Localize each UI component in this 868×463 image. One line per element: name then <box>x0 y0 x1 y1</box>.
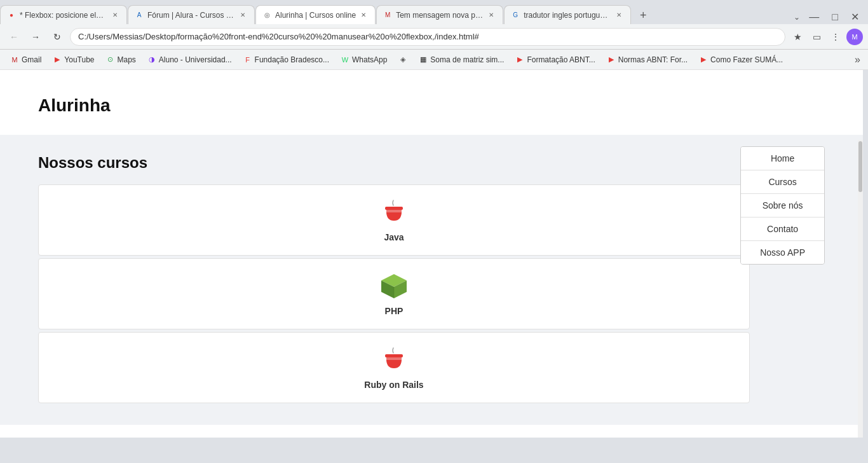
bookmark-icon-11: ▶ <box>699 55 708 64</box>
bookmark-icon-6: W <box>341 55 349 64</box>
tab-3[interactable]: ◎ Alurinha | Cursos online ✕ <box>255 5 376 24</box>
tab-close-1[interactable]: ✕ <box>110 10 120 20</box>
tab-close-5[interactable]: ✕ <box>614 10 624 20</box>
tab-title-3: Alurinha | Cursos online <box>275 11 356 20</box>
profile-avatar[interactable]: M <box>846 29 863 45</box>
bookmark-icon-7: ◈ <box>398 55 407 64</box>
address-bar-row: ← → ↻ ★ ▭ ⋮ M <box>0 24 868 50</box>
browser-window: ● * Flexbox: posicione elemento ✕ A Fóru… <box>0 0 868 463</box>
bookmark-label-10: Normas ABNT: For... <box>618 55 688 64</box>
course-card-java[interactable]: Java <box>38 184 750 256</box>
nav-item-cursos[interactable]: Cursos <box>741 170 824 194</box>
bookmark-icon-4: ◑ <box>147 55 156 64</box>
tab-close-4[interactable]: ✕ <box>486 10 496 20</box>
svg-rect-1 <box>385 210 403 212</box>
ruby-icon <box>383 345 405 375</box>
bookmark-icon-8: ▦ <box>419 55 428 64</box>
tab-2[interactable]: A Fórum | Alura - Cursos online ✕ <box>128 5 255 24</box>
nav-item-sobre[interactable]: Sobre nós <box>741 194 824 218</box>
bookmark-icon-1: M <box>10 55 19 64</box>
courses-section: Nossos cursos Java <box>0 135 863 425</box>
tab-favicon-4: M <box>383 11 392 20</box>
bookmark-5[interactable]: F Fundação Bradesco... <box>238 54 334 66</box>
tab-bar: ● * Flexbox: posicione elemento ✕ A Fóru… <box>0 0 868 24</box>
close-button[interactable]: ✕ <box>847 10 863 24</box>
address-input[interactable] <box>70 28 785 46</box>
tab-list-button[interactable]: ⌄ <box>794 13 800 22</box>
bookmark-11[interactable]: ▶ Como Fazer SUMÁ... <box>694 54 788 66</box>
tab-title-4: Tem mensagem nova pra vo... <box>396 11 484 20</box>
bookmark-label-2: YouTube <box>64 55 94 64</box>
page-content: Alurinha Home Cursos Sobre nós Contato N… <box>0 70 863 438</box>
nav-item-app[interactable]: Nosso APP <box>741 241 824 264</box>
bookmark-star-button[interactable]: ★ <box>789 29 806 45</box>
cast-button[interactable]: ▭ <box>808 29 825 45</box>
java-icon <box>383 198 405 227</box>
bookmark-label-8: Soma de matriz sim... <box>430 55 504 64</box>
svg-rect-7 <box>385 357 403 360</box>
course-name-php: PHP <box>385 306 403 316</box>
bookmark-icon-3: ⊙ <box>106 55 115 64</box>
bookmarks-more-button[interactable]: » <box>852 53 863 67</box>
tab-4[interactable]: M Tem mensagem nova pra vo... ✕ <box>376 5 503 24</box>
bookmark-icon-9: ▶ <box>515 55 524 64</box>
address-actions: ★ ▭ ⋮ M <box>789 29 863 45</box>
scrollbar-thumb[interactable] <box>858 141 862 192</box>
forward-button[interactable]: → <box>27 28 44 46</box>
tab-close-2[interactable]: ✕ <box>238 10 248 20</box>
bookmark-label-4: Aluno - Universidad... <box>159 55 232 64</box>
bookmark-10[interactable]: ▶ Normas ABNT: For... <box>602 54 693 66</box>
bookmark-label-5: Fundação Bradesco... <box>255 55 329 64</box>
tab-title-1: * Flexbox: posicione elemento <box>20 11 107 20</box>
back-button[interactable]: ← <box>5 28 23 46</box>
tab-5[interactable]: G tradutor ingles portugues - P... ✕ <box>504 5 631 24</box>
window-controls: ⌄ — □ ✕ <box>794 10 868 24</box>
tab-1[interactable]: ● * Flexbox: posicione elemento ✕ <box>0 5 127 24</box>
bookmark-4[interactable]: ◑ Aluno - Universidad... <box>142 54 237 66</box>
bookmark-3[interactable]: ⊙ Maps <box>101 54 141 66</box>
bookmark-icon-2: ▶ <box>53 55 62 64</box>
tab-title-5: tradutor ingles portugues - P... <box>524 11 611 20</box>
bookmark-icon-10: ▶ <box>607 55 616 64</box>
courses-section-title: Nossos cursos <box>38 154 825 172</box>
tab-favicon-3: ◎ <box>262 11 271 20</box>
course-name-ruby: Ruby on Rails <box>364 380 423 390</box>
svg-rect-0 <box>385 207 403 210</box>
bookmark-2[interactable]: ▶ YouTube <box>48 54 99 66</box>
bookmark-8[interactable]: ▦ Soma de matriz sim... <box>414 54 509 66</box>
bookmark-6[interactable]: W WhatsApp <box>336 54 392 66</box>
site-header: Alurinha Home Cursos Sobre nós Contato N… <box>0 70 863 135</box>
nav-item-home[interactable]: Home <box>741 147 824 170</box>
site-title: Alurinha <box>38 95 825 116</box>
course-name-java: Java <box>384 232 403 242</box>
bookmark-label-11: Como Fazer SUMÁ... <box>710 55 783 64</box>
menu-button[interactable]: ⋮ <box>827 29 844 45</box>
bookmark-7[interactable]: ◈ <box>393 54 412 66</box>
bookmark-icon-5: F <box>243 55 252 64</box>
tab-title-2: Fórum | Alura - Cursos online <box>147 11 235 20</box>
bookmark-label-3: Maps <box>118 55 136 64</box>
php-icon <box>379 272 409 301</box>
tab-favicon-2: A <box>135 11 144 20</box>
svg-rect-6 <box>385 354 403 357</box>
nav-item-contato[interactable]: Contato <box>741 218 824 241</box>
site-nav: Home Cursos Sobre nós Contato Nosso APP <box>740 146 825 265</box>
bookmark-label-9: Formatação ABNT... <box>527 55 595 64</box>
bookmark-label-6: WhatsApp <box>352 55 387 64</box>
tab-close-3[interactable]: ✕ <box>358 10 369 20</box>
tab-favicon-1: ● <box>7 11 16 20</box>
bookmarks-bar: M Gmail ▶ YouTube ⊙ Maps ◑ Aluno - Unive… <box>0 50 868 70</box>
bookmark-1[interactable]: M Gmail <box>5 54 46 66</box>
scrollbar[interactable] <box>858 140 863 438</box>
course-card-ruby[interactable]: Ruby on Rails <box>38 332 750 403</box>
maximize-button[interactable]: □ <box>828 10 842 24</box>
bookmark-9[interactable]: ▶ Formatação ABNT... <box>510 54 600 66</box>
minimize-button[interactable]: — <box>805 10 823 24</box>
new-tab-button[interactable]: + <box>634 6 652 24</box>
course-card-php[interactable]: PHP <box>38 258 750 329</box>
tab-favicon-5: G <box>511 11 520 20</box>
reload-button[interactable]: ↻ <box>48 28 66 46</box>
bookmark-label-1: Gmail <box>22 55 41 64</box>
